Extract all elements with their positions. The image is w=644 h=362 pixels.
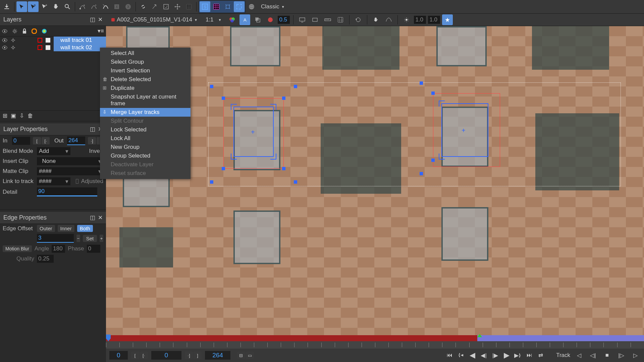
lock-icon[interactable] xyxy=(22,28,27,34)
bracket-in-start-button[interactable]: [ xyxy=(33,137,41,144)
current-frame-display[interactable]: 0 xyxy=(151,351,182,360)
track-backward-button[interactable]: ◁ xyxy=(574,351,584,360)
overlay-opacity-input[interactable] xyxy=(278,16,290,24)
magnetic-tool-icon[interactable] xyxy=(100,1,111,12)
set-in-current-button[interactable]: [· xyxy=(140,352,148,359)
insert-clip-select[interactable]: None xyxy=(37,157,103,165)
edge-outer-button[interactable]: Outer xyxy=(37,225,55,232)
curve-icon[interactable] xyxy=(383,14,394,25)
quality-input[interactable] xyxy=(37,255,54,263)
track-back-one-button[interactable]: ◁| xyxy=(588,351,598,360)
save-icon[interactable] xyxy=(1,1,12,12)
track-corner-handle[interactable] xyxy=(431,159,435,162)
step-forward-button[interactable]: |▶ xyxy=(490,351,500,360)
start-frame-display[interactable]: 0 xyxy=(109,351,128,360)
step-back-button[interactable]: ◀| xyxy=(478,351,489,360)
add-point-tool-icon[interactable]: + xyxy=(39,1,50,12)
edge-offset-input[interactable] xyxy=(37,234,74,243)
bezier-tool-icon[interactable]: + xyxy=(89,1,99,12)
track-corner-handle[interactable] xyxy=(282,167,285,170)
angle-input[interactable] xyxy=(52,245,65,253)
surface-corner-icon[interactable] xyxy=(439,101,445,107)
blend-mode-select[interactable]: Add xyxy=(37,147,70,155)
panel-pop-icon[interactable]: ◫ xyxy=(90,214,95,221)
track-handle[interactable] xyxy=(420,81,423,85)
edge-inner-button[interactable]: Inner xyxy=(58,225,74,232)
loop-button[interactable]: ⇄ xyxy=(535,351,546,360)
layout-dropdown[interactable]: Classic ▼ xyxy=(258,2,288,11)
detail-input[interactable] xyxy=(37,187,97,196)
clip-selector[interactable]: A002_C055_01015M_V1-014 ▼ xyxy=(109,16,200,23)
ctx-snapshot-layer[interactable]: Snapshot Layer at current frame xyxy=(100,93,191,108)
ctx-delete-selected[interactable]: 🗑Delete Selected xyxy=(100,75,191,84)
ctx-lock-selected[interactable]: Lock Selected xyxy=(100,125,191,134)
track-handle[interactable] xyxy=(294,85,297,88)
bracket-out-current-button[interactable]: ·] xyxy=(88,137,96,144)
ctx-group-selected[interactable]: Group Selected xyxy=(100,152,191,160)
grid-view-icon[interactable] xyxy=(335,14,346,25)
rect-x-tool-icon[interactable]: X xyxy=(111,1,122,12)
zoom-selector[interactable]: 1:1▼ xyxy=(202,15,225,24)
set-out-button[interactable]: ] xyxy=(194,352,202,359)
hand-cursor-icon[interactable] xyxy=(371,14,381,25)
zoom-timeline-button[interactable]: ⊟ xyxy=(237,352,245,359)
filter-menu-icon[interactable]: ▾≡ xyxy=(98,27,104,35)
alpha-channel-icon[interactable]: A xyxy=(239,14,250,25)
pointer-tool-icon[interactable] xyxy=(16,1,27,12)
eye-icon[interactable] xyxy=(2,29,7,33)
timeline-track[interactable] xyxy=(106,335,644,341)
surface-corner-icon[interactable] xyxy=(270,154,276,160)
in-frame-input[interactable] xyxy=(12,137,30,145)
hand-tool-icon[interactable] xyxy=(51,1,61,12)
edge-set-button[interactable]: Set xyxy=(83,235,97,242)
xspline-tool-icon[interactable]: x xyxy=(77,1,88,12)
gear-icon[interactable] xyxy=(12,28,17,34)
track-stop-button[interactable]: ■ xyxy=(602,351,612,360)
expand-surface-icon[interactable] xyxy=(222,1,233,12)
layer-row[interactable]: wall track 01 xyxy=(0,37,106,44)
link-track-select[interactable]: #### xyxy=(37,177,70,185)
play-reverse-button[interactable]: ◀ xyxy=(467,351,478,360)
phase-input[interactable] xyxy=(87,245,100,253)
edge-both-button[interactable]: Both xyxy=(77,225,93,232)
track-forward-button[interactable]: ▷ xyxy=(630,351,641,360)
surface-corner-icon[interactable] xyxy=(231,104,237,110)
fit-timeline-button[interactable]: ▭ xyxy=(246,352,254,359)
panel-close-icon[interactable]: ✕ xyxy=(98,16,103,23)
clip-view-icon[interactable] xyxy=(310,14,320,25)
bounds-tool-icon[interactable] xyxy=(161,1,171,12)
surface-center-icon[interactable]: + xyxy=(251,128,255,136)
rgb-channels-icon[interactable] xyxy=(227,14,237,25)
surface-corner-icon[interactable] xyxy=(231,154,237,160)
matte-color-icon[interactable] xyxy=(42,28,47,34)
zoom-tool-icon[interactable] xyxy=(62,1,73,12)
overlay-icon[interactable] xyxy=(252,14,263,25)
spline-color-swatch[interactable] xyxy=(38,45,42,50)
ctx-select-all[interactable]: Select All xyxy=(100,49,191,58)
next-key-button[interactable]: ▶⦊ xyxy=(513,351,523,360)
ctx-merge-layer-tracks[interactable]: ⇩Merge Layer tracks xyxy=(100,108,191,117)
adjusted-checkbox[interactable] xyxy=(76,179,78,184)
rotate-icon[interactable] xyxy=(353,14,364,25)
enable-overlay-icon[interactable] xyxy=(265,14,276,25)
exposure1-input[interactable] xyxy=(414,16,426,24)
bracket-in-current-button[interactable]: [· xyxy=(42,137,50,144)
eye-icon[interactable] xyxy=(2,38,7,42)
track-corner-handle[interactable] xyxy=(222,97,225,100)
track-handle[interactable] xyxy=(210,180,213,184)
pointer-b-tool-icon[interactable]: B xyxy=(28,1,39,12)
stabilize-icon[interactable] xyxy=(442,14,453,25)
motion-blur-toggle[interactable]: Motion Blur xyxy=(3,245,32,252)
out-frame-input[interactable] xyxy=(67,136,85,145)
monitor-icon[interactable] xyxy=(297,14,308,25)
track-handle[interactable] xyxy=(294,180,297,184)
go-start-button[interactable]: ⏮ xyxy=(444,351,455,360)
sphere-icon[interactable] xyxy=(246,1,257,12)
panel-close-icon[interactable]: ✕ xyxy=(98,214,103,221)
link-tool-icon[interactable] xyxy=(138,1,149,12)
surface-corner-icon[interactable] xyxy=(270,104,276,110)
download-layer-icon[interactable]: ⇩ xyxy=(19,112,24,119)
track-corner-handle[interactable] xyxy=(282,97,285,100)
set-out-current-button[interactable]: ·] xyxy=(185,352,193,359)
ctx-select-group[interactable]: Select Group xyxy=(100,58,191,66)
